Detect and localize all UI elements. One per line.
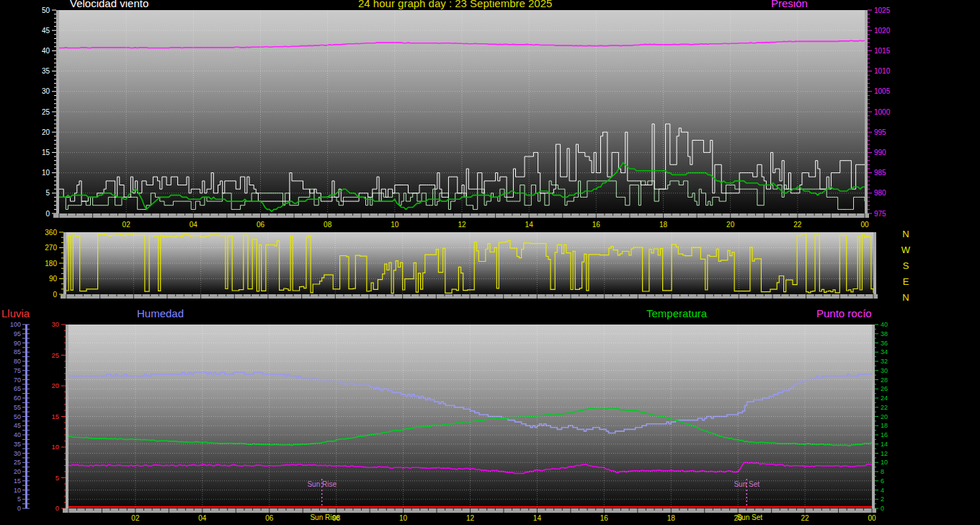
sunrise-annotation: Sun Rise bbox=[307, 480, 337, 488]
svg-text:20: 20 bbox=[51, 381, 59, 389]
svg-text:25: 25 bbox=[51, 351, 59, 359]
svg-text:22: 22 bbox=[801, 514, 810, 522]
svg-text:36: 36 bbox=[881, 340, 888, 347]
svg-text:40: 40 bbox=[14, 431, 21, 438]
svg-text:15: 15 bbox=[51, 412, 59, 420]
svg-text:5: 5 bbox=[17, 495, 21, 503]
svg-text:80: 80 bbox=[14, 358, 21, 365]
svg-text:1020: 1020 bbox=[874, 27, 891, 35]
svg-text:5: 5 bbox=[45, 189, 50, 197]
svg-text:2: 2 bbox=[881, 495, 884, 503]
svg-text:0: 0 bbox=[55, 504, 59, 512]
page-title: 24 hour graph day : 23 Septiembre 2025 bbox=[358, 0, 552, 9]
svg-text:50: 50 bbox=[14, 413, 21, 420]
svg-text:980: 980 bbox=[874, 189, 886, 197]
svg-text:08: 08 bbox=[324, 221, 332, 229]
svg-text:85: 85 bbox=[14, 348, 21, 356]
compass-n-top-label: N bbox=[899, 226, 913, 242]
compass-e-label: E bbox=[899, 274, 913, 290]
wind-chart-title: Velocidad viento bbox=[70, 0, 148, 9]
svg-text:0: 0 bbox=[45, 210, 50, 218]
svg-text:100: 100 bbox=[10, 321, 21, 328]
svg-text:10: 10 bbox=[391, 221, 399, 229]
svg-text:975: 975 bbox=[874, 210, 886, 218]
pressure-axis-title: Presión bbox=[771, 0, 808, 9]
svg-text:6: 6 bbox=[881, 477, 884, 485]
svg-text:12: 12 bbox=[458, 221, 466, 229]
svg-text:270: 270 bbox=[45, 244, 57, 252]
svg-text:90: 90 bbox=[14, 340, 21, 347]
svg-text:50: 50 bbox=[42, 6, 50, 14]
svg-text:10: 10 bbox=[14, 487, 21, 494]
svg-text:02: 02 bbox=[131, 514, 140, 522]
svg-text:95: 95 bbox=[14, 330, 21, 338]
svg-text:34: 34 bbox=[881, 348, 888, 356]
svg-text:20: 20 bbox=[42, 128, 50, 136]
svg-text:24: 24 bbox=[881, 394, 888, 402]
temperature-series-label: Temperatura bbox=[646, 307, 707, 319]
compass-n-bottom-label: N bbox=[899, 290, 913, 306]
svg-text:30: 30 bbox=[51, 320, 59, 328]
dew-point-series-label: Punto rocío bbox=[816, 307, 872, 319]
svg-text:60: 60 bbox=[14, 394, 21, 402]
svg-text:04: 04 bbox=[198, 514, 207, 522]
svg-text:16: 16 bbox=[600, 514, 609, 522]
svg-text:995: 995 bbox=[874, 128, 886, 136]
humidity-series-label: Humedad bbox=[137, 307, 184, 319]
svg-text:35: 35 bbox=[14, 441, 21, 448]
svg-text:14: 14 bbox=[525, 221, 534, 229]
svg-text:38: 38 bbox=[881, 330, 888, 338]
svg-text:02: 02 bbox=[122, 221, 131, 229]
svg-text:35: 35 bbox=[42, 67, 50, 75]
svg-text:25: 25 bbox=[42, 108, 50, 116]
svg-text:28: 28 bbox=[881, 376, 888, 384]
svg-text:8: 8 bbox=[881, 468, 884, 475]
svg-text:65: 65 bbox=[14, 385, 21, 392]
svg-text:15: 15 bbox=[42, 149, 50, 156]
svg-text:40: 40 bbox=[42, 47, 50, 55]
sunset-annotation: Sun Set bbox=[734, 480, 760, 488]
svg-text:10: 10 bbox=[881, 459, 888, 466]
svg-text:18: 18 bbox=[667, 514, 676, 522]
svg-text:00: 00 bbox=[860, 221, 869, 229]
svg-text:0: 0 bbox=[17, 505, 21, 512]
svg-text:20: 20 bbox=[14, 468, 21, 475]
svg-text:20: 20 bbox=[881, 413, 888, 420]
svg-text:40: 40 bbox=[881, 321, 888, 328]
svg-text:0: 0 bbox=[53, 291, 57, 299]
svg-text:990: 990 bbox=[874, 149, 886, 156]
weather-graph-page: 0510152025303540455097598098599099510001… bbox=[0, 0, 980, 525]
svg-text:0: 0 bbox=[881, 505, 884, 512]
svg-text:1005: 1005 bbox=[874, 87, 891, 95]
svg-text:30: 30 bbox=[42, 87, 50, 95]
svg-text:360: 360 bbox=[45, 229, 57, 237]
svg-text:20: 20 bbox=[726, 221, 735, 229]
compass-w-label: W bbox=[899, 242, 913, 258]
svg-text:15: 15 bbox=[14, 477, 21, 485]
svg-text:70: 70 bbox=[14, 376, 21, 384]
svg-text:22: 22 bbox=[793, 221, 802, 229]
svg-text:1000: 1000 bbox=[874, 108, 891, 116]
svg-text:06: 06 bbox=[265, 514, 274, 522]
svg-text:45: 45 bbox=[14, 422, 21, 429]
svg-text:1025: 1025 bbox=[874, 6, 891, 14]
svg-text:16: 16 bbox=[881, 431, 888, 438]
direction-plot-area bbox=[66, 232, 873, 294]
sunrise-axis-label: Sun Rise bbox=[310, 513, 339, 521]
sunset-axis-label: Sun Set bbox=[736, 513, 762, 521]
svg-text:30: 30 bbox=[881, 367, 888, 374]
compass-s-label: S bbox=[899, 258, 913, 274]
svg-text:30: 30 bbox=[14, 450, 21, 457]
svg-text:55: 55 bbox=[14, 404, 21, 411]
svg-text:4: 4 bbox=[881, 487, 884, 494]
rain-series-label: Lluvia bbox=[1, 307, 30, 319]
svg-text:25: 25 bbox=[14, 459, 21, 466]
svg-text:14: 14 bbox=[881, 441, 888, 448]
svg-text:985: 985 bbox=[874, 169, 886, 177]
svg-text:04: 04 bbox=[190, 221, 198, 229]
svg-text:90: 90 bbox=[49, 275, 58, 283]
svg-text:180: 180 bbox=[45, 260, 57, 268]
svg-text:16: 16 bbox=[592, 221, 601, 229]
svg-text:1010: 1010 bbox=[874, 67, 891, 75]
svg-text:00: 00 bbox=[868, 514, 876, 522]
